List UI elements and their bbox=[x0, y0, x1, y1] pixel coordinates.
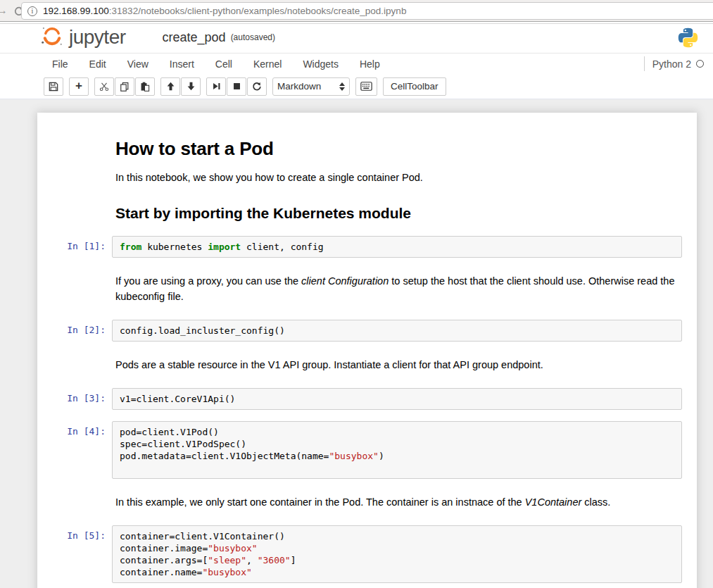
interrupt-kernel-button[interactable] bbox=[227, 77, 246, 96]
markdown-cell[interactable]: Pods are a stable resource in the V1 API… bbox=[37, 347, 697, 382]
code-cell[interactable]: In [4]:pod=client.V1Pod()spec=client.V1P… bbox=[37, 415, 697, 484]
run-cell-button[interactable] bbox=[206, 77, 226, 96]
code-cell[interactable]: In [3]:v1=client.CoreV1Api() bbox=[37, 382, 697, 415]
markdown-paragraph: In this example, we only start one conta… bbox=[115, 494, 682, 510]
markdown-rendered: How to start a PodIn this notebook, we s… bbox=[112, 138, 682, 185]
cell-content: Pods are a stable resource in the V1 API… bbox=[112, 353, 682, 377]
code-line: pod=client.V1Pod() bbox=[120, 426, 674, 438]
jupyter-logo-icon[interactable] bbox=[40, 24, 64, 51]
scissors-icon bbox=[99, 82, 109, 92]
cell-content: from kubernetes import client, config bbox=[112, 236, 682, 258]
code-line: v1=client.CoreV1Api() bbox=[120, 393, 674, 405]
cell-content: How to start a PodIn this notebook, we s… bbox=[112, 135, 682, 189]
markdown-paragraph: Pods are a stable resource in the V1 API… bbox=[115, 357, 682, 373]
cell-toolbar-button[interactable]: CellToolbar bbox=[383, 77, 446, 96]
autosave-status: (autosaved) bbox=[231, 32, 275, 42]
browser-chrome: → i 192.168.99.100:31832/notebooks/clien… bbox=[0, 0, 713, 22]
markdown-paragraph: In this notebook, we show you how to cre… bbox=[115, 170, 682, 185]
cut-cell-button[interactable] bbox=[94, 77, 114, 96]
menu-file[interactable]: File bbox=[52, 58, 68, 70]
add-cell-button[interactable]: + bbox=[69, 77, 89, 96]
refresh-icon bbox=[252, 82, 262, 92]
markdown-cell[interactable]: How to start a PodIn this notebook, we s… bbox=[37, 130, 697, 195]
markdown-cell[interactable]: In this example, we only start one conta… bbox=[37, 484, 697, 520]
cell-prompt bbox=[37, 135, 112, 189]
python-logo-icon bbox=[678, 27, 698, 51]
cell-content: Start by importing the Kubernetes module bbox=[112, 201, 682, 225]
kernel-name: Python 2 bbox=[652, 58, 691, 70]
forward-icon[interactable]: → bbox=[0, 4, 8, 18]
kernel-indicator-zone: Python 2 bbox=[644, 56, 704, 71]
paste-cell-button[interactable] bbox=[135, 77, 155, 96]
stop-icon bbox=[232, 82, 241, 91]
code-cell[interactable]: In [2]:config.load_incluster_config() bbox=[37, 314, 697, 347]
code-line: container.image="busybox" bbox=[120, 542, 674, 554]
cell-type-select[interactable]: Markdown bbox=[272, 77, 350, 96]
cell-content: pod=client.V1Pod()spec=client.V1PodSpec(… bbox=[112, 421, 682, 479]
code-cell[interactable]: In [1]:from kubernetes import client, co… bbox=[37, 230, 697, 263]
markdown-rendered: Start by importing the Kubernetes module bbox=[112, 205, 682, 222]
copy-cell-button[interactable] bbox=[115, 77, 134, 96]
keyboard-icon bbox=[360, 82, 372, 91]
notebook-page: How to start a PodIn this notebook, we s… bbox=[0, 100, 713, 588]
code-input-area[interactable]: config.load_incluster_config() bbox=[112, 320, 682, 342]
menu-kernel[interactable]: Kernel bbox=[253, 58, 282, 70]
arrow-down-icon bbox=[187, 82, 196, 91]
code-line: container.name="busybox" bbox=[120, 566, 674, 578]
cell-content: In this example, we only start one conta… bbox=[112, 490, 682, 514]
cell-prompt bbox=[37, 490, 112, 514]
markdown-cell[interactable]: If you are using a proxy, you can use th… bbox=[37, 263, 697, 314]
menu-widgets[interactable]: Widgets bbox=[303, 58, 339, 70]
menu-edit[interactable]: Edit bbox=[89, 58, 106, 70]
cell-prompt bbox=[37, 201, 112, 225]
markdown-paragraph: If you are using a proxy, you can use th… bbox=[115, 273, 682, 304]
url-path: :31832/notebooks/client-python/examples/… bbox=[109, 6, 407, 16]
page-info-icon[interactable]: i bbox=[27, 6, 37, 16]
cell-prompt bbox=[37, 353, 112, 377]
cell-list: How to start a PodIn this notebook, we s… bbox=[37, 130, 697, 588]
markdown-heading: Start by importing the Kubernetes module bbox=[115, 205, 682, 222]
markdown-rendered: If you are using a proxy, you can use th… bbox=[112, 273, 682, 304]
notebook-toolbar: + Markdown bbox=[0, 74, 713, 99]
cell-prompt: In [5]: bbox=[37, 525, 112, 583]
url-text: 192.168.99.100:31832/notebooks/client-py… bbox=[43, 6, 406, 16]
menu-cell[interactable]: Cell bbox=[215, 58, 232, 70]
code-line: from kubernetes import client, config bbox=[120, 241, 674, 253]
cell-prompt: In [1]: bbox=[37, 236, 112, 258]
notebook-title[interactable]: create_pod bbox=[163, 30, 226, 45]
cell-content: If you are using a proxy, you can use th… bbox=[112, 269, 682, 308]
menu-insert[interactable]: Insert bbox=[170, 58, 194, 70]
markdown-rendered: Pods are a stable resource in the V1 API… bbox=[112, 357, 682, 373]
arrow-up-icon bbox=[166, 82, 175, 91]
cell-prompt bbox=[37, 269, 112, 308]
move-cell-down-button[interactable] bbox=[181, 77, 201, 96]
kernel-idle-icon bbox=[696, 60, 704, 68]
markdown-rendered: In this example, we only start one conta… bbox=[112, 494, 682, 510]
cell-prompt: In [4]: bbox=[37, 421, 112, 479]
select-arrows-icon bbox=[339, 82, 345, 91]
url-bar[interactable]: i 192.168.99.100:31832/notebooks/client-… bbox=[21, 2, 713, 20]
code-input-area[interactable]: container=client.V1Container()container.… bbox=[112, 525, 682, 583]
cell-content: container=client.V1Container()container.… bbox=[112, 525, 682, 583]
step-forward-icon bbox=[212, 82, 221, 91]
plus-icon: + bbox=[75, 80, 82, 92]
menu-help[interactable]: Help bbox=[360, 58, 380, 70]
command-palette-button[interactable] bbox=[355, 77, 377, 96]
code-cell[interactable]: In [5]:container=client.V1Container()con… bbox=[37, 520, 697, 588]
code-input-area[interactable]: pod=client.V1Pod()spec=client.V1PodSpec(… bbox=[112, 421, 682, 479]
cell-prompt: In [2]: bbox=[37, 320, 112, 342]
markdown-cell[interactable]: Start by importing the Kubernetes module bbox=[37, 195, 697, 230]
move-cell-up-button[interactable] bbox=[160, 77, 180, 96]
jupyter-logo-text[interactable]: jupyter bbox=[69, 26, 126, 49]
code-input-area[interactable]: v1=client.CoreV1Api() bbox=[112, 388, 682, 410]
menu-bar: File Edit View Insert Cell Kernel Widget… bbox=[0, 54, 713, 74]
jupyter-header: jupyter create_pod (autosaved) bbox=[0, 22, 713, 54]
save-button[interactable] bbox=[44, 77, 63, 96]
code-line: container=client.V1Container() bbox=[120, 530, 674, 542]
cell-prompt: In [3]: bbox=[37, 388, 112, 410]
menu-view[interactable]: View bbox=[127, 58, 149, 70]
code-input-area[interactable]: from kubernetes import client, config bbox=[112, 236, 682, 258]
restart-kernel-button[interactable] bbox=[247, 77, 267, 96]
notebook-container: How to start a PodIn this notebook, we s… bbox=[37, 113, 697, 588]
url-host: 192.168.99.100 bbox=[43, 6, 109, 16]
